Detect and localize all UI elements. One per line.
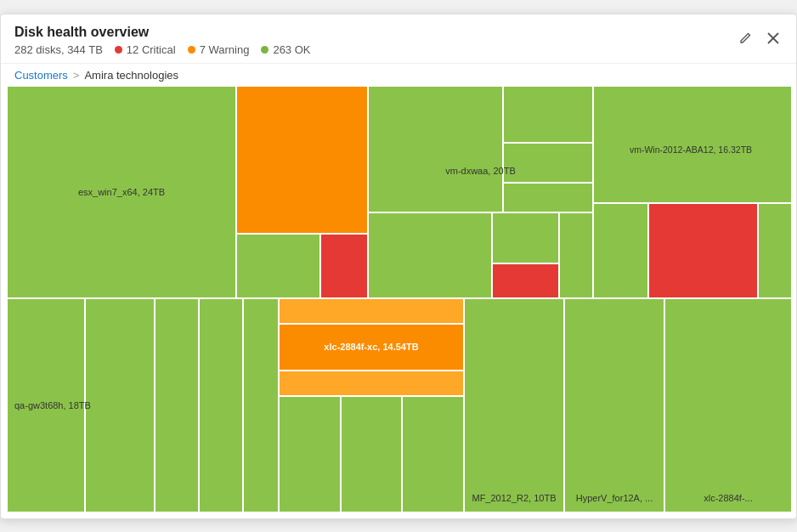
breadcrumb-current: Amira technologies (84, 69, 178, 82)
cell-xlc-2884f[interactable]: xlc-2884f-xc, 14.54TB (280, 299, 465, 512)
xlc-lower-r (403, 397, 463, 512)
cell-hyperv[interactable]: HyperV_for12A, ... (565, 299, 665, 512)
breadcrumb-customers-link[interactable]: Customers (14, 69, 68, 82)
vm-win2012-red (649, 204, 759, 297)
total-stat: 282 disks, 344 TB (14, 43, 103, 56)
xlc-stripe1 (280, 299, 463, 325)
close-button[interactable] (764, 30, 783, 50)
warning-dot (188, 46, 195, 54)
vm-dxwaa-top-split (369, 87, 592, 214)
xlc-lower-l (280, 397, 342, 512)
vm-dxwaa-bot-right (560, 213, 592, 297)
vm-dxwaa-tr2 (504, 144, 592, 184)
edit-button[interactable] (735, 30, 755, 50)
xlc-stripe2: xlc-2884f-xc, 14.54TB (280, 325, 463, 371)
cell-small-5[interactable] (244, 299, 280, 512)
cell-vm-win2012[interactable]: vm-Win-2012-ABA12, 16.32TB (594, 87, 791, 299)
ok-dot (261, 46, 268, 54)
ok-stat: 263 OK (261, 43, 310, 56)
vm-dxwaa-bm-red (493, 264, 558, 297)
cell-small-1[interactable] (8, 299, 86, 512)
cell-small-3[interactable] (155, 299, 200, 512)
critical-stat: 12 Critical (115, 43, 176, 56)
vm-dxwaa-bot-mid (493, 213, 560, 297)
xlc-2884f-last-label: xlc-2884f-... (665, 493, 791, 503)
vm-dxwaa-bot-split (369, 213, 592, 297)
breadcrumb-separator: > (73, 69, 80, 82)
vm-win2012-label: vm-Win-2012-ABA12, 16.32TB (597, 144, 784, 155)
orange-bottom-split (237, 235, 367, 297)
orange-top-block (237, 87, 367, 235)
disk-health-window: Disk health overview 282 disks, 344 TB 1… (0, 14, 797, 519)
treemap-container: esx_win7_x64, 24TB (1, 87, 796, 518)
cell-small-2[interactable] (86, 299, 155, 512)
orange-bot-green (237, 235, 321, 297)
xlc-lower (280, 397, 463, 512)
header: Disk health overview 282 disks, 344 TB 1… (1, 14, 796, 64)
vm-dxwaa-top-left (369, 87, 504, 212)
critical-dot (115, 46, 122, 54)
cell-esx-win7[interactable]: esx_win7_x64, 24TB (8, 87, 237, 299)
xlc-label: xlc-2884f-xc, 14.54TB (324, 342, 418, 352)
header-left: Disk health overview 282 disks, 344 TB 1… (14, 25, 311, 56)
vm-dxwaa-tr1 (504, 87, 592, 144)
window-title: Disk health overview (14, 25, 311, 40)
breadcrumb: Customers > Amira technologies (1, 64, 796, 87)
vm-win2012-br (759, 204, 791, 297)
vm-win2012-bl (594, 204, 649, 297)
treemap[interactable]: esx_win7_x64, 24TB (8, 87, 791, 512)
cell-mf-2012[interactable]: MF_2012_R2, 10TB (465, 299, 565, 512)
cell-xlc-2884f-last[interactable]: xlc-2884f-... (665, 299, 791, 512)
vm-dxwaa-top-right (504, 87, 592, 212)
cell-vm-dxwaa[interactable]: vm-dxwaa, 20TB (369, 87, 594, 299)
header-icons (735, 30, 783, 50)
vm-dxwaa-label: vm-dxwaa, 20TB (445, 166, 516, 176)
xlc-stripe3 (280, 371, 463, 397)
warning-stat: 7 Warning (188, 43, 250, 56)
vm-dxwaa-tr3 (504, 184, 592, 212)
xlc-lower-m (342, 397, 404, 512)
vm-dxwaa-bot-left (369, 213, 493, 297)
cell-esx-win7-label: esx_win7_x64, 24TB (78, 187, 165, 197)
cell-small-4[interactable] (200, 299, 244, 512)
hyperv-label: HyperV_for12A, ... (565, 493, 664, 503)
vm-win2012-bottom (594, 204, 791, 297)
cell-orange-warning[interactable] (237, 87, 369, 299)
mf-2012-label: MF_2012_R2, 10TB (465, 493, 563, 503)
vm-dxwaa-bm1 (493, 213, 558, 264)
header-stats: 282 disks, 344 TB 12 Critical 7 Warning … (14, 43, 311, 56)
orange-bot-red (321, 235, 367, 297)
